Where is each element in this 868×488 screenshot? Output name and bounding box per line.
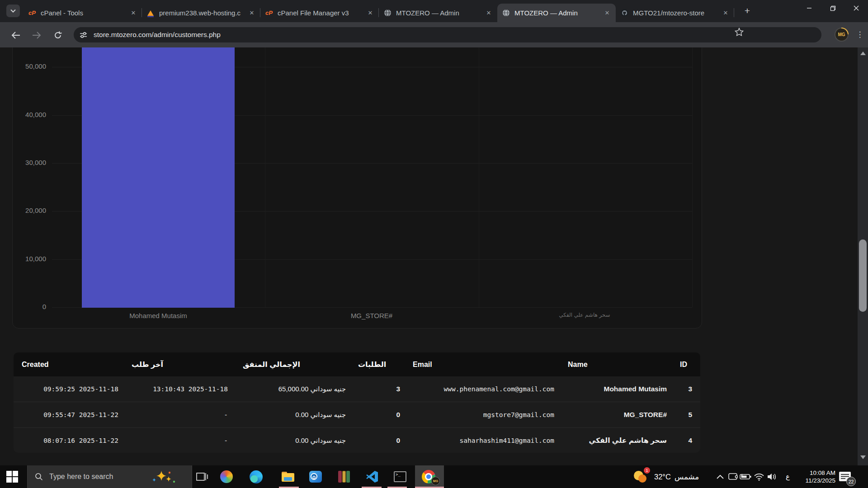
tab-title: cPanel File Manager v3 [278,9,366,17]
tray-wifi-button[interactable] [752,470,766,483]
tab-cpanel-tools[interactable]: cP cPanel - Tools ✕ [24,4,142,22]
browser-tab-strip: cP cPanel - Tools ✕ premium238.web-hosti… [0,0,868,22]
language-indicator[interactable]: ع [786,465,790,488]
tray-expand-button[interactable] [713,470,727,483]
cpanel-icon: cP [28,9,36,17]
taskbar-clock[interactable]: 10:08 AM 11/23/2025 [797,469,835,484]
window-minimize-button[interactable] [797,0,821,16]
taskbar-winrar-button[interactable] [337,470,351,483]
y-axis-tick: 20,000 [6,206,46,214]
back-button[interactable] [10,29,22,41]
table-row[interactable]: 09:55:47 2025-11-22 - 0.00 جنيه سوداني 0… [14,402,700,427]
table-row[interactable]: 08:07:16 2025-11-22 - 0.00 جنيه سوداني 0… [14,428,700,453]
taskbar-chrome-button-active[interactable]: MG [415,465,444,488]
table-header-row: Created آخر طلب الإجمالي المنفق الطلبات … [14,352,700,376]
weather-temperature[interactable]: 32°C [654,465,671,488]
cell-last-order: - [132,402,228,427]
copilot-icon [220,470,233,483]
col-header-created: Created [22,352,49,376]
avatar-initials: MG [835,28,848,41]
cell-id: 5 [665,402,692,427]
tab-title: MTOZERO — Admin [514,9,603,17]
close-icon[interactable]: ✕ [485,9,493,17]
y-axis-tick: 10,000 [6,255,46,263]
tray-volume-button[interactable] [765,470,778,483]
new-tab-button[interactable]: + [741,5,753,17]
tab-premium-hosting[interactable]: premium238.web-hosting.c ✕ [142,4,260,22]
taskbar-edge-button[interactable] [249,470,263,483]
clock-time: 10:08 AM [797,469,835,477]
cell-last-order: 13:10:43 2025-11-18 [132,376,228,402]
site-settings-icon[interactable] [80,31,87,39]
notification-count-badge: 22 [846,477,856,486]
file-explorer-icon [282,472,294,482]
winrar-icon [338,471,350,483]
close-icon[interactable]: ✕ [603,9,611,17]
tab-search-button[interactable] [6,5,20,17]
scroll-down-arrow-icon[interactable] [860,455,866,459]
cell-orders: 3 [358,376,400,402]
window-controls [797,0,868,16]
windows-logo-icon [6,471,18,483]
cell-orders: 0 [358,428,400,453]
gridline [692,47,693,307]
start-button[interactable] [6,471,18,483]
browser-profile-avatar[interactable]: MG [835,28,849,42]
taskbar-vscode-button[interactable] [365,470,379,483]
outlook-icon [309,471,322,483]
page-scrollbar[interactable] [858,47,868,465]
tab-mtozero-admin-1[interactable]: MTOZERO — Admin ✕ [379,4,497,22]
tab-title: premium238.web-hosting.c [159,9,248,17]
tray-battery-button[interactable] [739,470,752,483]
gridline [265,47,265,307]
tab-github-repo[interactable]: MGTO21/mtozero-store ✕ [616,4,734,22]
taskbar-copilot-button[interactable] [220,470,233,483]
close-icon[interactable]: ✕ [129,9,137,17]
scroll-up-arrow-icon[interactable] [860,52,866,55]
cell-created: 09:59:25 2025-11-18 [22,376,118,402]
x-axis-label: سحر هاشم علي الفكي [494,312,675,318]
bar-mohamed-mutasim[interactable] [82,47,235,308]
taskbar-file-explorer-button[interactable] [281,470,295,483]
url-text[interactable]: store.mtozero.com/admin/customers.php [94,31,221,39]
taskbar-outlook-button[interactable] [309,470,322,483]
forward-button[interactable] [31,29,42,41]
table-row[interactable]: 09:59:25 2025-11-18 13:10:43 2025-11-18 … [14,376,700,402]
minimize-icon [807,5,812,11]
col-header-email: Email [413,352,432,376]
close-icon[interactable]: ✕ [722,9,730,17]
reload-button[interactable] [52,29,64,41]
cell-email: www.phenamenal.com@gmail.com [413,376,554,402]
cell-name: سحر هاشم علي الفكي [568,428,667,453]
close-icon[interactable]: ✕ [366,9,374,17]
search-icon [35,473,43,481]
window-close-button[interactable] [844,0,868,16]
x-axis-label: Mohamed Mutasim [68,312,249,319]
taskbar-search-box[interactable]: Type here to search [27,465,192,488]
cell-name: Mohamed Mutasim [568,376,667,402]
cell-email: saharhashim411@gmail.com [413,428,554,453]
tab-cpanel-file-manager[interactable]: cP cPanel File Manager v3 ✕ [260,4,379,22]
browser-menu-button[interactable]: ⋮ [856,28,864,41]
weather-condition[interactable]: مشمس [675,465,699,488]
task-view-button[interactable] [195,470,209,483]
scrollbar-thumb[interactable] [859,239,867,312]
page-content: 50,000 40,000 30,000 20,000 10,000 0 Moh… [0,47,868,465]
address-bar[interactable]: store.mtozero.com/admin/customers.php [74,27,821,42]
tab-mtozero-admin-active[interactable]: MTOZERO — Admin ✕ [497,4,616,22]
y-axis-tick: 50,000 [6,62,46,70]
tray-cast-button[interactable] [726,470,740,483]
bookmark-star-button[interactable] [735,28,745,38]
reload-icon [54,31,62,39]
col-header-last-order: آخر طلب [132,352,163,376]
close-icon[interactable]: ✕ [248,9,256,17]
chrome-profile-badge: MG [431,477,440,485]
forward-icon [32,32,41,39]
copilot-sparkle-icon [151,470,178,484]
tab-title: MGTO21/mtozero-store [633,9,722,17]
cell-total-spent: 65,000.00 جنيه سوداني [231,376,346,402]
tabs-container: cP cPanel - Tools ✕ premium238.web-hosti… [24,4,734,22]
window-restore-button[interactable] [821,0,844,16]
cell-total-spent: 0.00 جنيه سوداني [231,428,346,453]
taskbar-terminal-button[interactable]: >_ [393,470,407,483]
